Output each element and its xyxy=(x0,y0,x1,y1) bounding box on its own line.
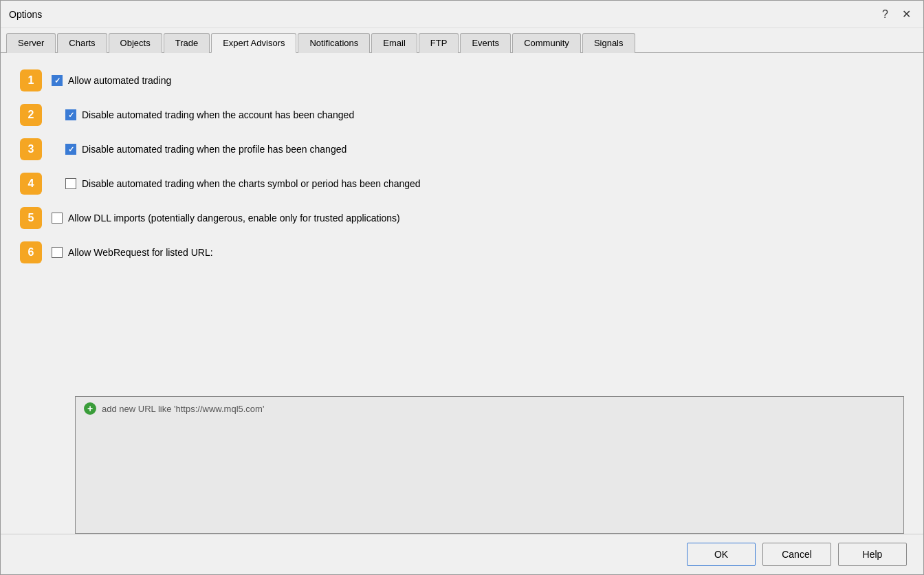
tab-objects[interactable]: Objects xyxy=(109,33,162,53)
content-area: 1Allow automated trading2Disable automat… xyxy=(1,53,923,396)
option-row-6: 6Allow WebRequest for listed URL: xyxy=(20,241,904,263)
tab-notifications[interactable]: Notifications xyxy=(298,33,370,53)
option-label-6: Allow WebRequest for listed URL: xyxy=(68,247,213,258)
url-placeholder-text: add new URL like 'https://www.mql5.com' xyxy=(102,404,264,414)
tab-signals[interactable]: Signals xyxy=(582,33,635,53)
checkbox-6[interactable] xyxy=(52,247,63,258)
badge-6: 6 xyxy=(20,241,42,263)
title-buttons: ? ✕ xyxy=(878,6,915,22)
option-label-3: Disable automated trading when the profi… xyxy=(82,144,346,155)
tabs-container: ServerChartsObjectsTradeExpert AdvisorsN… xyxy=(1,28,923,53)
url-section: + add new URL like 'https://www.mql5.com… xyxy=(1,396,923,534)
option-label-5: Allow DLL imports (potentially dangerous… xyxy=(68,213,400,224)
add-url-icon[interactable]: + xyxy=(84,402,96,415)
help-button[interactable]: ? xyxy=(878,7,892,22)
tab-ftp[interactable]: FTP xyxy=(419,33,459,53)
url-add-row: + add new URL like 'https://www.mql5.com… xyxy=(84,402,895,415)
close-button[interactable]: ✕ xyxy=(898,6,915,22)
option-row-2: 2Disable automated trading when the acco… xyxy=(20,104,904,126)
option-row-1: 1Allow automated trading xyxy=(20,69,904,91)
option-label-4: Disable automated trading when the chart… xyxy=(82,178,421,189)
option-row-4: 4Disable automated trading when the char… xyxy=(20,173,904,195)
checkbox-5[interactable] xyxy=(52,213,63,224)
checkbox-2[interactable] xyxy=(65,109,76,120)
badge-2: 2 xyxy=(20,104,42,126)
tab-server[interactable]: Server xyxy=(6,33,56,53)
checkbox-1[interactable] xyxy=(52,75,63,86)
option-label-1: Allow automated trading xyxy=(68,75,171,86)
footer: OK Cancel Help xyxy=(1,534,923,574)
tab-community[interactable]: Community xyxy=(512,33,581,53)
options-window: Options ? ✕ ServerChartsObjectsTradeExpe… xyxy=(0,0,924,575)
badge-3: 3 xyxy=(20,138,42,160)
ok-button[interactable]: OK xyxy=(687,543,756,566)
option-label-2: Disable automated trading when the accou… xyxy=(82,109,354,120)
tab-trade[interactable]: Trade xyxy=(164,33,210,53)
badge-4: 4 xyxy=(20,173,42,195)
badge-1: 1 xyxy=(20,69,42,91)
option-row-3: 3Disable automated trading when the prof… xyxy=(20,138,904,160)
checkbox-4[interactable] xyxy=(65,178,76,189)
tab-email[interactable]: Email xyxy=(371,33,417,53)
option-row-5: 5Allow DLL imports (potentially dangerou… xyxy=(20,207,904,229)
window-title: Options xyxy=(9,9,42,20)
help-footer-button[interactable]: Help xyxy=(838,543,907,566)
title-bar: Options ? ✕ xyxy=(1,1,923,28)
tab-events[interactable]: Events xyxy=(460,33,511,53)
badge-5: 5 xyxy=(20,207,42,229)
tab-expert_advisors[interactable]: Expert Advisors xyxy=(211,33,296,53)
checkbox-3[interactable] xyxy=(65,144,76,155)
tab-charts[interactable]: Charts xyxy=(57,33,107,53)
url-list[interactable]: + add new URL like 'https://www.mql5.com… xyxy=(75,396,904,534)
cancel-button[interactable]: Cancel xyxy=(762,543,831,566)
